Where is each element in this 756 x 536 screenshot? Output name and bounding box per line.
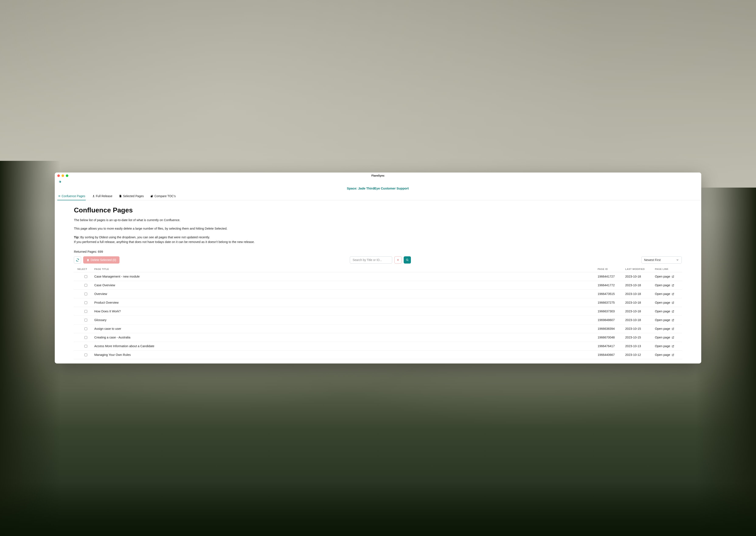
table-row: Assign case to user19666383942023-10-15O… xyxy=(74,324,682,333)
table-body: Case Management - new module196644172720… xyxy=(74,272,682,359)
content-scroll[interactable]: Space: Jade ThirdEye Customer Support Co… xyxy=(55,185,701,363)
table-row: Glossary19698486072023-10-18Open page xyxy=(74,316,682,324)
row-modified: 2023-10-18 xyxy=(625,275,655,278)
row-select-checkbox[interactable] xyxy=(85,319,87,321)
tip-line-1: Tip: By sorting by Oldest using the drop… xyxy=(74,235,682,239)
pages-table: SELECT PAGE TITLE PAGE ID LAST MODIFIED … xyxy=(74,266,682,359)
table-header: SELECT PAGE TITLE PAGE ID LAST MODIFIED … xyxy=(74,266,682,272)
row-id: 1966441727 xyxy=(598,275,625,278)
delete-selected-button[interactable]: Delete Selected (0) xyxy=(83,256,120,263)
returned-count: Returned Pages: 699 xyxy=(74,250,682,253)
row-title: Access More Information about a Candidat… xyxy=(94,344,598,348)
refresh-icon xyxy=(76,258,79,262)
row-modified: 2023-10-18 xyxy=(625,310,655,313)
row-title: Assign case to user xyxy=(94,327,598,330)
settings-button[interactable] xyxy=(57,179,62,184)
svg-point-0 xyxy=(406,259,408,260)
external-link-icon xyxy=(671,301,674,304)
row-id: 1966670048 xyxy=(598,336,625,339)
sort-selected-label: Newest First xyxy=(644,258,661,262)
open-page-link[interactable]: Open page xyxy=(655,310,678,313)
gear-icon xyxy=(58,180,61,184)
app-window: FlareSync Space: Jade ThirdEye Customer … xyxy=(55,173,701,363)
row-title: Product Overview xyxy=(94,301,598,304)
delete-button-label: Delete Selected (0) xyxy=(91,258,116,262)
external-link-icon xyxy=(671,293,674,295)
row-select-checkbox[interactable] xyxy=(85,293,87,295)
chevron-down-icon xyxy=(676,258,679,261)
row-title: Case Management - new module xyxy=(94,275,598,278)
row-select-checkbox[interactable] xyxy=(85,284,87,287)
tip-line-2: If you performed a full release, anythin… xyxy=(74,240,682,244)
row-title: Managing Your Own Rules xyxy=(94,353,598,356)
list-icon xyxy=(58,195,61,198)
tab-label: Confuence Pages xyxy=(61,194,85,198)
row-id: 1966473515 xyxy=(598,292,625,296)
open-page-link[interactable]: Open page xyxy=(655,275,678,278)
tab-label: Compare TOC's xyxy=(154,194,176,198)
window-title: FlareSync xyxy=(371,174,385,177)
download-icon xyxy=(92,195,95,198)
table-row: How Does It Work?19666373032023-10-18Ope… xyxy=(74,307,682,316)
refresh-button[interactable] xyxy=(74,256,81,263)
open-page-link[interactable]: Open page xyxy=(655,318,678,322)
row-select-checkbox[interactable] xyxy=(85,301,87,304)
open-page-link[interactable]: Open page xyxy=(655,353,678,356)
tab-compare-tocs[interactable]: Compare TOC's xyxy=(150,193,176,200)
open-page-link[interactable]: Open page xyxy=(655,292,678,296)
row-id: 1966440667 xyxy=(598,353,625,356)
row-select-checkbox[interactable] xyxy=(85,345,87,348)
search-button[interactable] xyxy=(404,256,411,263)
row-id: 1966638394 xyxy=(598,327,625,330)
open-page-link[interactable]: Open page xyxy=(655,336,678,339)
row-modified: 2023-10-12 xyxy=(625,353,655,356)
row-modified: 2023-10-15 xyxy=(625,336,655,339)
tabs: Confuence Pages Full Release Selected Pa… xyxy=(55,193,701,200)
row-title: How Does It Work? xyxy=(94,310,598,313)
close-window-button[interactable] xyxy=(57,174,60,177)
tab-selected-pages[interactable]: Selected Pages xyxy=(119,193,144,200)
clear-search-button[interactable] xyxy=(395,256,401,263)
page-title: Confluence Pages xyxy=(74,206,682,214)
main-content: Confluence Pages The below list of pages… xyxy=(55,200,701,363)
external-link-icon xyxy=(671,336,674,339)
toolbar xyxy=(55,179,701,185)
description-1: The below list of pages is an up-to-date… xyxy=(74,218,682,222)
row-modified: 2023-10-18 xyxy=(625,318,655,322)
row-select-checkbox[interactable] xyxy=(85,275,87,278)
table-row: Creating a case - Australia1966670048202… xyxy=(74,333,682,342)
row-title: Creating a case - Australia xyxy=(94,336,598,339)
row-select-checkbox[interactable] xyxy=(85,327,87,330)
header-id: PAGE ID xyxy=(598,268,625,270)
row-select-checkbox[interactable] xyxy=(85,353,87,356)
table-row: Managing Your Own Rules19664406672023-10… xyxy=(74,351,682,359)
description-2: This page allows you to more easily dele… xyxy=(74,226,682,231)
titlebar: FlareSync xyxy=(55,173,701,179)
controls-row: Delete Selected (0) Newest First xyxy=(74,256,682,263)
open-page-link[interactable]: Open page xyxy=(655,327,678,330)
row-id: 1966637303 xyxy=(598,310,625,313)
row-id: 1966637275 xyxy=(598,301,625,304)
traffic-lights xyxy=(57,174,68,177)
table-row: Case Management - new module196644172720… xyxy=(74,272,682,281)
row-select-checkbox[interactable] xyxy=(85,310,87,313)
row-modified: 2023-10-13 xyxy=(625,344,655,348)
row-modified: 2023-10-15 xyxy=(625,327,655,330)
table-row: Access More Information about a Candidat… xyxy=(74,342,682,351)
external-link-icon xyxy=(671,275,674,278)
table-row: Overview19664735152023-10-18Open page xyxy=(74,290,682,298)
sort-dropdown[interactable]: Newest First xyxy=(641,256,682,263)
search-input[interactable] xyxy=(350,256,392,263)
space-header: Space: Jade ThirdEye Customer Support xyxy=(55,185,701,193)
open-page-link[interactable]: Open page xyxy=(655,301,678,304)
maximize-window-button[interactable] xyxy=(66,174,68,177)
open-page-link[interactable]: Open page xyxy=(655,344,678,348)
tab-confluence-pages[interactable]: Confuence Pages xyxy=(57,193,86,200)
minimize-window-button[interactable] xyxy=(61,174,64,177)
tab-full-release[interactable]: Full Release xyxy=(92,193,113,200)
row-id: 1969848607 xyxy=(598,318,625,322)
open-page-link[interactable]: Open page xyxy=(655,284,678,287)
row-id: 1966441772 xyxy=(598,284,625,287)
tip-text: By sorting by Oldest using the dropdown,… xyxy=(80,236,210,239)
row-select-checkbox[interactable] xyxy=(85,336,87,339)
